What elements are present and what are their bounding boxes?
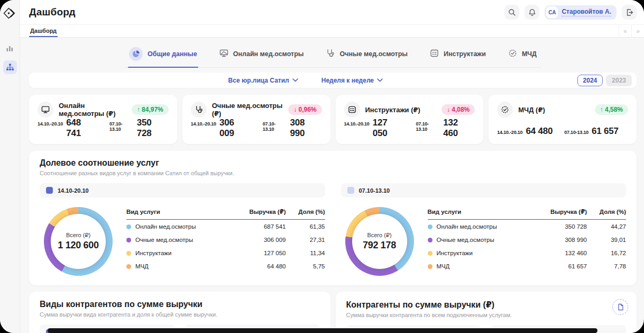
seal-check-icon [508,49,517,60]
services-share-section: Долевое соотношение услуг Соотношение ра… [29,151,637,285]
section-subtitle: Соотношение разных видов услуг в компани… [40,170,626,176]
collapse-left-button[interactable]: « [619,25,631,37]
series-dot [126,264,131,269]
bar-chart-icon [6,44,14,52]
kpi-card-online-exams: Онлайн мед.осмотры (₽) ↑ 84,97% 14.10.-2… [29,95,177,144]
logout-icon [625,8,633,16]
breadcrumb-item-dashboard[interactable]: Дашборд [29,25,58,37]
legend-current-period[interactable]: 14.10-20.10 [40,183,325,197]
org-select[interactable]: Все юр.лица Сатил [228,77,298,84]
breadcrumb-pager: « » [619,25,644,37]
header: Дашборд СА Старовойтов А. [20,0,644,24]
search-button[interactable] [504,5,519,20]
series-dot [126,238,131,242]
chevron-down-icon [292,78,298,82]
series-dot [428,251,433,256]
table-row: МЧД 64 480 5,75 [126,259,325,273]
donut-chart-previous: Всего (₽) 792 178 [341,204,414,276]
section-title: Долевое соотношение услуг [40,158,626,168]
year-2024-button[interactable]: 2024 [577,75,603,86]
stethoscope-icon [191,102,207,118]
sidebar [0,0,20,333]
checklist-icon [430,49,439,60]
user-menu[interactable]: СА Старовойтов А. [545,5,617,20]
services-table-current: Вид услуги Выручка (₽) Доля (%) Онлайн м… [126,206,325,273]
counterparty-types-card: Виды контрагентов по сумме выручки Сумма… [29,292,330,333]
collapse-right-button[interactable]: » [631,25,644,37]
breadcrumb: Дашборд « » [20,24,644,38]
monitor-icon [38,102,53,118]
kpi-card-onsite-exams: Очные мед.осмотры (₽) ↓ 0,96% 14.10.-20.… [182,95,330,144]
stethoscope-icon [326,49,335,60]
table-row: Очные мед.осмотры 308 990 39,01 [428,233,627,246]
tab-mchd[interactable]: МЧД [507,44,538,67]
horizontal-scrollbar[interactable] [48,328,597,333]
app-area: Дашборд СА Старовойтов А. [20,0,644,333]
trend-badge: ↑ 4,58% [595,104,628,115]
bottom-cards: Виды контрагентов по сумме выручки Сумма… [29,292,637,333]
donut-chart-current: Всего (₽) 1 120 600 [40,204,113,276]
table-row: Инструктажи 132 460 16,72 [428,246,627,259]
series-dot [428,238,433,242]
table-row: МЧД 61 657 7,78 [428,259,627,273]
legend-swatch [347,187,354,194]
section-title: Контрагенты по сумме выручки (₽) [346,300,627,310]
tab-general-data[interactable]: Общие данные [128,44,198,67]
trend-badge: ↓ 0,96% [288,104,321,115]
table-row: Онлайн мед.осмотры 350 728 44,27 [428,220,627,233]
user-name: Старовойтов А. [562,8,611,16]
notifications-button[interactable] [525,5,539,20]
seal-check-icon [497,102,513,118]
checklist-icon [344,102,360,118]
tab-instructions[interactable]: Инструктажи [429,44,487,67]
logout-button[interactable] [622,5,637,20]
page-title: Дашборд [29,6,76,18]
series-dot [428,264,433,269]
search-icon [508,8,516,16]
tab-onsite-med-exams[interactable]: Очные мед.осмотры [325,44,409,67]
section-subtitle: Сумма выручки контрагента по всем подклю… [346,312,627,318]
dashboard-screen: Дашборд СА Старовойтов А. [0,0,644,333]
sidebar-item-structure[interactable] [3,60,17,74]
table-row: Очные мед.осмотры 306 009 27,31 [126,233,325,246]
avatar: СА [546,6,558,18]
section-title: Виды контрагентов по сумме выручки [40,300,320,309]
tabs-bar: Общие данные Онлайн мед.осмотры [29,44,637,68]
comparison-select[interactable]: Неделя к неделе [321,77,383,84]
document-export-button[interactable] [612,299,628,315]
year-switcher: 2024 2023 [577,75,632,86]
share-chart-current-week: 14.10-20.10 Всего (₽) 1 120 600 [40,183,325,276]
series-dot [126,251,131,256]
pie-chart-icon [129,47,143,61]
table-row: Инструктажи 127 050 11,34 [126,246,325,259]
counterparties-revenue-card: Контрагенты по сумме выручки (₽) Сумма в… [336,292,637,333]
main-content: Общие данные Онлайн мед.осмотры [20,38,644,333]
filter-bar: Все юр.лица Сатил Неделя к неделе 2024 2… [29,73,637,88]
series-dot [126,224,131,229]
sidebar-nav [3,41,17,74]
legend-previous-period[interactable]: 07.10-13.10 [341,183,627,197]
trend-badge: ↑ 84,97% [132,104,169,115]
legend-swatch [46,187,53,194]
kpi-card-mchd: МЧД (₽) ↑ 4,58% 14.10.-20.1064 480 07.10… [489,95,637,144]
chevron-down-icon [377,78,383,82]
section-subtitle: Сумма выручки вида контрагента и доля к … [40,311,320,318]
monitor-icon [219,49,228,60]
series-dot [428,224,433,229]
trend-badge: ↓ 4,08% [441,104,475,115]
sidebar-item-analytics[interactable] [3,41,17,55]
share-chart-previous-week: 07.10-13.10 Всего (₽) 792 178 [341,183,627,276]
table-row: Онлайн мед.осмотры 687 541 61,35 [126,220,325,233]
year-2023-button[interactable]: 2023 [606,75,632,86]
tab-online-med-exams[interactable]: Онлайн мед.осмотры [218,44,305,67]
document-export-icon [617,303,624,311]
header-actions: СА Старовойтов А. [504,5,637,20]
bell-icon [528,8,536,16]
services-table-previous: Вид услуги Выручка (₽) Доля (%) Онлайн м… [428,206,627,273]
kpi-cards: Онлайн мед.осмотры (₽) ↑ 84,97% 14.10.-2… [29,95,637,144]
app-logo-icon[interactable] [3,6,17,20]
org-chart-icon [6,63,14,71]
kpi-card-instructions: Инструктажи (₽) ↓ 4,08% 14.10.-20.10127 … [336,95,484,144]
